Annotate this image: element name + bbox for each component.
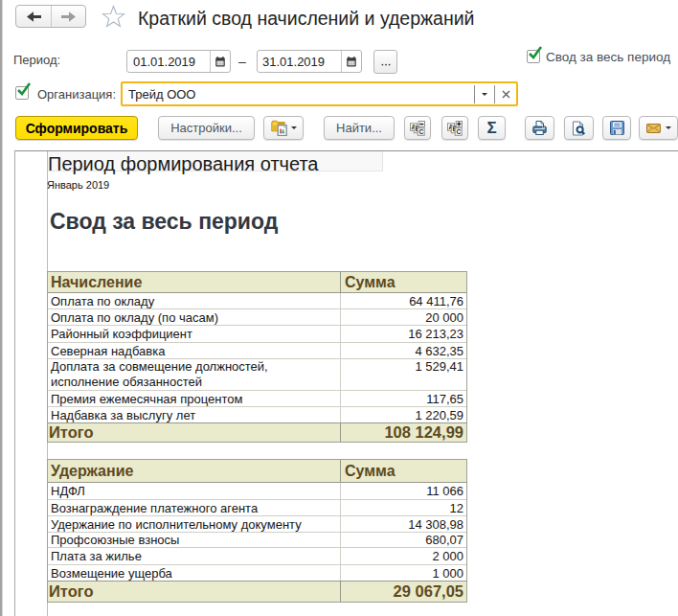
svg-text:C: C bbox=[419, 128, 424, 135]
svg-text:C: C bbox=[457, 128, 462, 135]
